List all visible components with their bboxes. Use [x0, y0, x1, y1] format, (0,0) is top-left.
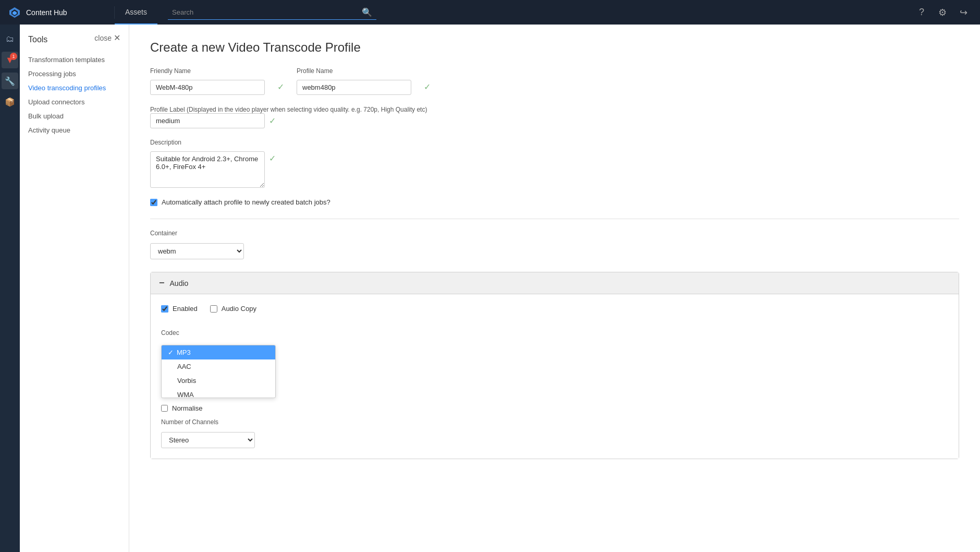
files-icon: 🗂	[6, 34, 14, 44]
container-group: Container webm mp4 mkv avi mov	[150, 230, 959, 259]
description-label: Description	[150, 139, 959, 146]
profile-name-group: Profile Name	[297, 67, 411, 95]
sidebar-item-video-transcoding-profiles[interactable]: Video transcoding profiles	[28, 81, 120, 95]
channels-label: Number of Channels	[161, 418, 948, 426]
codec-option-aac-label: AAC	[168, 363, 191, 370]
normalise-checkbox[interactable]	[161, 405, 168, 412]
wrench-icon: 🔧	[5, 76, 15, 86]
sidebar-filter-icon[interactable]: ▼ 1	[2, 52, 18, 68]
close-button[interactable]: close ✕	[94, 33, 120, 43]
friendly-name-field[interactable]	[150, 80, 265, 95]
sidebar-icons: 🗂 ▼ 1 🔧 📦	[0, 25, 20, 552]
channels-group: Number of Channels Stereo Mono 5.1 Surro…	[161, 412, 948, 448]
audio-copy-checkbox[interactable]	[210, 305, 217, 313]
topnav-section[interactable]: Assets	[115, 0, 157, 25]
friendly-name-check-icon: ✓	[277, 82, 284, 92]
close-label: close	[94, 34, 112, 42]
profile-name-field[interactable]	[297, 80, 411, 95]
app-logo-icon	[8, 6, 21, 19]
box-icon: 📦	[5, 97, 15, 107]
profile-name-check-icon: ✓	[424, 82, 431, 92]
audio-section-title: Audio	[170, 279, 189, 287]
sidebar-item-upload-connectors[interactable]: Upload connectors	[28, 95, 120, 109]
sidebar-box-icon[interactable]: 📦	[2, 93, 18, 110]
profile-label-field[interactable]	[150, 113, 265, 128]
search-icon[interactable]: 🔍	[362, 7, 372, 17]
sidebar-files-icon[interactable]: 🗂	[2, 31, 18, 47]
codec-option-mp3-label: MP3	[177, 349, 191, 356]
divider-1	[150, 219, 959, 219]
checkmark-icon: ✓	[168, 349, 174, 356]
help-button[interactable]: ?	[913, 4, 930, 21]
profile-label-check-icon: ✓	[269, 116, 276, 126]
page-title: Create a new Video Transcode Profile	[150, 40, 959, 55]
logout-button[interactable]: ↪	[955, 4, 972, 21]
audio-section-card: − Audio Enabled Audio Copy Codec ✓	[150, 272, 959, 459]
channels-select[interactable]: Stereo Mono 5.1 Surround	[161, 432, 255, 448]
topnav-logo: Content Hub	[0, 6, 115, 19]
audio-section-header[interactable]: − Audio	[151, 272, 959, 294]
description-field[interactable]: Suitable for Android 2.3+, Chrome 6.0+, …	[150, 151, 265, 188]
codec-section: Codec ✓ MP3 AAC Vorbis	[161, 325, 948, 398]
friendly-name-label: Friendly Name	[150, 67, 265, 75]
sidebar-item-transformation-templates[interactable]: Transformation templates	[28, 53, 120, 67]
settings-button[interactable]: ⚙	[934, 4, 951, 21]
normalise-row: Normalise	[161, 404, 948, 412]
codec-option-wma-label: WMA	[168, 391, 194, 398]
audio-enabled-label: Enabled	[173, 305, 198, 313]
app-name: Content Hub	[26, 8, 67, 17]
sidebar-item-bulk-upload[interactable]: Bulk upload	[28, 109, 120, 123]
codec-list: ✓ MP3 AAC Vorbis WMA	[161, 345, 276, 398]
collapse-icon: −	[159, 278, 165, 289]
codec-option-mp3[interactable]: ✓ MP3	[162, 345, 275, 359]
auto-attach-label: Automatically attach profile to newly cr…	[162, 198, 330, 206]
codec-option-wma[interactable]: WMA	[162, 388, 275, 398]
audio-enabled-row: Enabled Audio Copy	[161, 305, 948, 313]
profile-name-label: Profile Name	[297, 67, 411, 75]
audio-enabled-checkbox[interactable]	[161, 305, 168, 313]
sidebar-item-activity-queue[interactable]: Activity queue	[28, 123, 120, 137]
tools-panel: close ✕ Tools Transformation templates P…	[20, 25, 129, 552]
main-content: Create a new Video Transcode Profile Fri…	[129, 25, 980, 552]
codec-option-vorbis-label: Vorbis	[168, 377, 196, 385]
filter-badge: 1	[10, 53, 17, 60]
profile-label-group: Profile Label (Displayed in the video pl…	[150, 105, 959, 128]
auto-attach-row: Automatically attach profile to newly cr…	[150, 198, 959, 206]
codec-label: Codec	[161, 329, 948, 337]
search-input[interactable]	[172, 8, 358, 16]
topnav: Content Hub Assets 🔍 ? ⚙ ↪	[0, 0, 980, 25]
container-select[interactable]: webm mp4 mkv avi mov	[150, 243, 244, 259]
audio-section-body: Enabled Audio Copy Codec ✓ MP3	[151, 294, 959, 459]
sidebar-item-processing-jobs[interactable]: Processing jobs	[28, 67, 120, 81]
codec-list-scroll: ✓ MP3 AAC Vorbis WMA	[162, 345, 275, 398]
auto-attach-checkbox[interactable]	[150, 199, 157, 206]
profile-label-label: Profile Label (Displayed in the video pl…	[150, 106, 427, 113]
topnav-actions: ? ⚙ ↪	[905, 4, 980, 21]
close-icon: ✕	[114, 33, 120, 43]
profile-label-wrap: ✓	[150, 113, 959, 128]
codec-dropdown: ✓ MP3 AAC Vorbis WMA	[161, 345, 276, 398]
codec-option-vorbis[interactable]: Vorbis	[162, 374, 275, 388]
friendly-name-group: Friendly Name	[150, 67, 265, 95]
sidebar-tools-icon[interactable]: 🔧	[2, 73, 18, 89]
codec-option-aac[interactable]: AAC	[162, 359, 275, 374]
normalise-label: Normalise	[172, 404, 203, 412]
name-row: Friendly Name ✓ Profile Name ✓	[150, 67, 959, 95]
search-input-wrap: 🔍	[168, 5, 376, 20]
container-label: Container	[150, 230, 959, 237]
description-check-icon: ✓	[269, 153, 276, 163]
desc-wrap: Suitable for Android 2.3+, Chrome 6.0+, …	[150, 151, 959, 188]
topnav-search: 🔍	[157, 5, 905, 20]
description-group: Description Suitable for Android 2.3+, C…	[150, 139, 959, 188]
audio-copy-label: Audio Copy	[222, 305, 256, 313]
